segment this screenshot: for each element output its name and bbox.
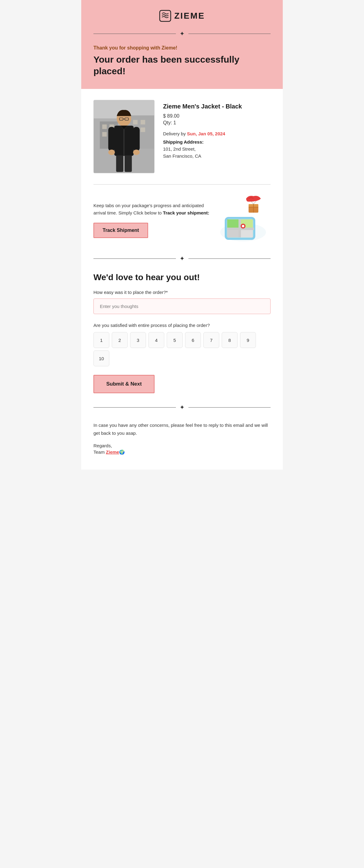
logo-text: ZIEME (174, 11, 205, 21)
track-description: Keep tabs on your package's progress and… (94, 202, 209, 217)
thoughts-input[interactable] (94, 299, 270, 314)
footer-regards: Regards, (94, 443, 270, 448)
header-title: Your order has been successfully placed! (94, 54, 270, 77)
footer-text: In case you have any other concerns, ple… (94, 421, 270, 437)
product-price: $ 89.00 (163, 113, 270, 119)
rating-btn-8[interactable]: 8 (222, 332, 238, 348)
divider-line-right-2 (189, 258, 271, 259)
svg-rect-31 (227, 230, 239, 238)
submit-next-button[interactable]: Submit & Next (94, 375, 155, 393)
divider-line-left-3 (94, 407, 176, 408)
delivery-row: Delivery by Sun, Jan 05, 2024 (163, 131, 270, 136)
shipping-label: Shipping Address: (163, 139, 270, 145)
svg-rect-29 (227, 219, 239, 228)
track-illustration (216, 195, 270, 244)
svg-rect-25 (125, 155, 132, 172)
logo-icon (159, 10, 171, 22)
star-icon-2: ✦ (179, 255, 185, 261)
feedback-title: We'd love to hear you out! (94, 273, 270, 282)
rating-btn-9[interactable]: 9 (240, 332, 256, 348)
svg-rect-6 (102, 124, 107, 129)
divider-line-left-2 (94, 258, 176, 259)
divider-star-3: ✦ (94, 404, 270, 410)
svg-point-1 (164, 15, 166, 17)
footer-section: In case you have any other concerns, ple… (81, 410, 283, 470)
star-icon-3: ✦ (179, 404, 185, 410)
email-container: ZIEME ✦ Thank you for shopping with Ziem… (81, 0, 283, 470)
product-info: Zieme Men's Jacket - Black $ 89.00 Qty: … (163, 100, 270, 159)
rating-btn-4[interactable]: 4 (148, 332, 164, 348)
delivery-prefix: Delivery by (163, 131, 186, 136)
logo-row: ZIEME (94, 10, 270, 22)
divider-star-2: ✦ (94, 255, 270, 261)
rating-row: 12345678910 (94, 332, 270, 366)
header-subtitle: Thank you for shopping with Zieme! (94, 45, 270, 51)
svg-point-22 (108, 150, 115, 155)
shipping-line2: San Francisco, CA (163, 153, 201, 159)
rating-btn-1[interactable]: 1 (94, 332, 109, 348)
svg-rect-8 (102, 132, 107, 136)
product-illustration (94, 100, 154, 173)
rating-btn-10[interactable]: 10 (94, 350, 109, 366)
footer-team-link[interactable]: Zieme (106, 450, 119, 455)
footer-team-label: Team (94, 450, 105, 455)
svg-rect-32 (241, 230, 253, 238)
svg-rect-24 (116, 155, 123, 172)
delivery-svg (216, 195, 270, 244)
svg-rect-10 (133, 120, 138, 125)
track-section: Keep tabs on your package's progress and… (81, 185, 283, 255)
track-text-block: Keep tabs on your package's progress and… (94, 202, 209, 238)
divider-line-right (189, 34, 271, 34)
svg-rect-11 (140, 120, 145, 125)
product-qty: Qty: 1 (163, 120, 270, 126)
shipping-address: 101, 2nd Street, San Francisco, CA (163, 146, 270, 159)
rating-btn-5[interactable]: 5 (167, 332, 183, 348)
delivery-date: Sun, Jan 05, 2024 (187, 131, 225, 136)
feedback-question-2: Are you satisfied with entire process of… (94, 322, 270, 328)
rating-btn-2[interactable]: 2 (112, 332, 128, 348)
star-icon: ✦ (179, 31, 185, 37)
svg-rect-21 (133, 127, 140, 151)
rating-btn-6[interactable]: 6 (185, 332, 201, 348)
product-image (94, 100, 155, 173)
product-name: Zieme Men's Jacket - Black (163, 102, 270, 110)
header-section: ZIEME ✦ Thank you for shopping with Ziem… (81, 0, 283, 89)
svg-rect-20 (108, 127, 115, 151)
track-shipment-button[interactable]: Track Shipment (94, 223, 148, 238)
header-divider: ✦ (94, 31, 270, 37)
feedback-section: We'd love to hear you out! How easy was … (81, 261, 283, 404)
product-section: Zieme Men's Jacket - Black $ 89.00 Qty: … (81, 89, 283, 184)
feedback-question-1: How easy was it to place the order?* (94, 290, 270, 295)
svg-rect-34 (227, 228, 254, 230)
track-desc-bold: Track your shipment: (163, 210, 209, 215)
svg-rect-13 (140, 127, 145, 132)
svg-point-36 (242, 225, 244, 227)
footer-team: Team Zieme🌍 (94, 450, 270, 455)
divider-line-right-3 (189, 407, 271, 408)
rating-btn-3[interactable]: 3 (130, 332, 146, 348)
rating-btn-7[interactable]: 7 (203, 332, 219, 348)
divider-line-left (94, 34, 176, 34)
footer-globe: 🌍 (119, 450, 125, 455)
shipping-line1: 101, 2nd Street, (163, 146, 196, 152)
svg-point-23 (133, 150, 140, 155)
